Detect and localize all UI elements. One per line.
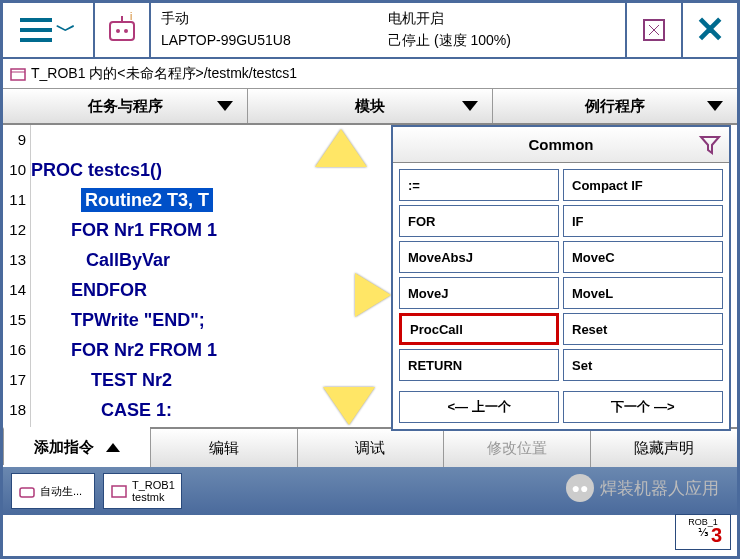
instr-movec[interactable]: MoveC [563, 241, 723, 273]
instr-moveabsj[interactable]: MoveAbsJ [399, 241, 559, 273]
status-area: 手动 LAPTOP-99GU51U8 电机开启 己停止 (速度 100%) [151, 3, 625, 57]
red-badge: 3 [711, 524, 722, 547]
breadcrumb-text: T_ROB1 内的<未命名程序>/testmk/testcs1 [31, 65, 297, 83]
motor-label: 电机开启 [388, 7, 615, 29]
tab-routine[interactable]: 例行程序 [492, 89, 737, 123]
instr-proccall[interactable]: ProcCall [399, 313, 559, 345]
chevron-down-icon [462, 101, 478, 111]
close-icon: ✕ [695, 9, 725, 51]
task-icon [18, 482, 36, 500]
instruction-panel: Common := Compact IF FOR IF MoveAbsJ Mov… [391, 125, 731, 431]
instr-movej[interactable]: MoveJ [399, 277, 559, 309]
robot-selector[interactable]: ROB_1 ⅓ 3 [675, 514, 731, 550]
watermark: ●● 焊装机器人应用 [566, 474, 719, 502]
program-icon [110, 482, 128, 500]
tab-add-instruction[interactable]: 添加指令 [3, 427, 150, 465]
filter-icon[interactable] [697, 131, 723, 160]
main-menu-button[interactable]: ﹀ [3, 3, 95, 57]
svg-point-1 [116, 29, 120, 33]
svg-rect-7 [20, 488, 34, 497]
tab-edit[interactable]: 编辑 [150, 429, 297, 467]
scroll-up-arrow[interactable] [315, 129, 367, 167]
scroll-right-arrow[interactable] [355, 273, 391, 317]
stopped-label: 己停止 (速度 100%) [388, 29, 615, 51]
svg-point-2 [124, 29, 128, 33]
instr-assign[interactable]: := [399, 169, 559, 201]
mode-label: 手动 [161, 7, 388, 29]
svg-text:i: i [130, 12, 132, 22]
taskbar-item-program[interactable]: T_ROB1 testmk [103, 473, 182, 509]
instr-if[interactable]: IF [563, 205, 723, 237]
line-gutter: 9101112131415161718 [3, 125, 31, 427]
robot-status-icon[interactable]: i [95, 3, 151, 57]
breadcrumb: T_ROB1 内的<未命名程序>/testmk/testcs1 [3, 59, 737, 89]
instr-for[interactable]: FOR [399, 205, 559, 237]
tab-modify-position: 修改位置 [443, 429, 590, 467]
svg-rect-5 [11, 69, 25, 80]
chevron-down-icon [707, 101, 723, 111]
instr-set[interactable]: Set [563, 349, 723, 381]
svg-rect-0 [110, 22, 134, 40]
panel-prev[interactable]: <— 上一个 [399, 391, 559, 423]
program-icon [9, 65, 27, 83]
machine-label: LAPTOP-99GU51U8 [161, 29, 388, 51]
wechat-icon: ●● [566, 474, 594, 502]
panel-next[interactable]: 下一个 —> [563, 391, 723, 423]
hamburger-icon [20, 18, 52, 42]
scroll-down-arrow[interactable] [323, 387, 375, 425]
chevron-down-icon [217, 101, 233, 111]
taskbar-item-auto[interactable]: 自动生... [11, 473, 95, 509]
tab-module[interactable]: 模块 [247, 89, 492, 123]
tab-debug[interactable]: 调试 [297, 429, 444, 467]
tab-hide-declaration[interactable]: 隐藏声明 [590, 429, 737, 467]
svg-rect-8 [112, 486, 126, 497]
instr-movel[interactable]: MoveL [563, 277, 723, 309]
close-button[interactable]: ✕ [681, 3, 737, 57]
chevron-down-icon: ﹀ [56, 17, 76, 44]
tab-task-program[interactable]: 任务与程序 [3, 89, 247, 123]
chevron-up-icon [106, 443, 120, 452]
panel-title[interactable]: Common [393, 127, 729, 163]
config-icon[interactable] [625, 3, 681, 57]
instr-reset[interactable]: Reset [563, 313, 723, 345]
selected-code[interactable]: Routine2 T3, T [81, 188, 213, 212]
instr-return[interactable]: RETURN [399, 349, 559, 381]
instr-compact-if[interactable]: Compact IF [563, 169, 723, 201]
